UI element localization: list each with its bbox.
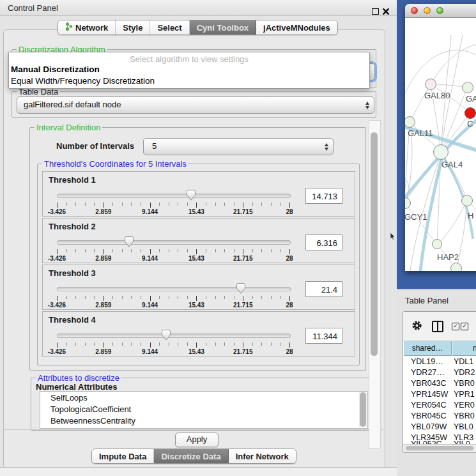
gear-icon[interactable] (411, 320, 422, 334)
slider-scale: -3.4262.8599.14415.4321.71528 (57, 255, 289, 263)
table-data-combobox[interactable]: galFiltered.sif default node (17, 96, 374, 114)
number-of-intervals-value: 5 (144, 139, 333, 153)
list-scrollbar[interactable] (359, 392, 367, 427)
slider-track[interactable] (57, 240, 291, 245)
threshold-2-slider[interactable]: -3.4262.8599.14415.4321.71528 (57, 235, 289, 261)
table-row[interactable]: YBR043CYBR0 (403, 378, 476, 389)
table-row[interactable]: YDL19…YDL1 (403, 357, 476, 367)
threshold-1-slider-thumb[interactable] (187, 190, 196, 201)
desktop-strip (0, 468, 397, 476)
threshold-3-panel: Threshold 3 -3.4262.8599.14415.4321.7152… (42, 265, 355, 310)
network-canvas[interactable]: GAL80 GA C GAL11 GAL4 GCY1 H HAP2 (405, 18, 476, 271)
list-item[interactable]: SelfLoops (50, 393, 88, 403)
node-label: GAL4 (441, 160, 463, 169)
checkbox-icon[interactable]: ✓ (452, 323, 459, 330)
column-header-shared-name[interactable]: shared… (404, 341, 452, 356)
control-panel-scrollbar[interactable] (369, 120, 381, 449)
combo-stepper-icon (325, 143, 328, 151)
table-row[interactable]: YBL079WYBL0 (403, 422, 476, 433)
threshold-1-slider[interactable]: -3.4262.8599.14415.4321.71528 (57, 188, 289, 214)
threshold-3-label: Threshold 3 (49, 268, 96, 278)
threshold-3-slider[interactable]: -3.4262.8599.14415.4321.71528 (57, 282, 289, 307)
threshold-4-label: Threshold 4 (49, 315, 96, 325)
node-label: GCY1 (405, 212, 427, 222)
threshold-3-slider-thumb[interactable] (236, 283, 245, 294)
algorithm-option-equal-width[interactable]: Equal Width/Frequency Discretization (11, 76, 155, 86)
threshold-4-panel: Threshold 4 -3.4262.8599.14415.4321.7152… (42, 311, 355, 357)
numerical-attributes-label: Numerical Attributes (36, 382, 117, 392)
network-node-red-selected[interactable] (464, 107, 476, 119)
table-row[interactable]: YBR045CYBR0 (403, 411, 476, 422)
table-horizontal-scrollbar[interactable] (403, 444, 476, 452)
column-header-name[interactable]: n (452, 341, 476, 356)
tab-network[interactable]: Network (58, 20, 116, 35)
close-icon[interactable] (382, 6, 390, 18)
split-columns-icon[interactable] (432, 321, 443, 332)
threshold-1-panel: Threshold 1 -3.4262.8599.14415.4321.7152… (42, 171, 355, 217)
checkbox-icon[interactable]: ✓ (461, 323, 468, 330)
zoom-window-icon[interactable] (436, 7, 443, 14)
tab-infer-network[interactable]: Infer Network (229, 449, 296, 463)
table-row[interactable]: YPR145WYPR1 (403, 389, 476, 400)
slider-track[interactable] (57, 334, 291, 338)
network-node-ga[interactable] (462, 82, 473, 93)
threshold-4-slider-thumb[interactable] (162, 330, 171, 341)
threshold-4-slider[interactable]: -3.4262.8599.14415.4321.71528 (57, 328, 289, 354)
interval-definition-group-title: Interval Definition (35, 123, 102, 132)
thresholds-group-title: Threshold's Coordinates for 5 Intervals (42, 159, 188, 169)
threshold-1-label: Threshold 1 (49, 175, 96, 185)
slider-major-ticks (57, 296, 290, 301)
network-icon (65, 22, 73, 33)
tab-select[interactable]: Select (150, 20, 189, 35)
algorithm-option-manual[interactable]: Manual Discretization (11, 65, 100, 74)
network-node-hap2[interactable] (432, 239, 442, 249)
number-of-intervals-label: Number of Intervals (56, 141, 134, 151)
float-window-icon[interactable] (372, 8, 379, 15)
slider-scale: -3.4262.8599.14415.4321.71528 (57, 208, 289, 216)
table-row[interactable]: YER054CYER0 (403, 400, 476, 411)
list-item[interactable]: BetweennessCentrality (50, 416, 135, 426)
network-node-gal80[interactable] (425, 79, 436, 90)
tab-cyni-toolbox-label: Cyni Toolbox (197, 23, 249, 33)
threshold-2-slider-thumb[interactable] (125, 236, 134, 247)
node-label: C (467, 119, 473, 128)
network-node-gal4[interactable] (433, 144, 449, 160)
threshold-3-value-field[interactable]: 21.4 (305, 281, 342, 297)
slider-scale: -3.4262.8599.14415.4321.71528 (57, 302, 289, 309)
tab-style[interactable]: Style (116, 20, 150, 35)
node-label: GAL11 (408, 128, 433, 138)
algorithm-dropdown-popup: Select algorithm to view settings Manual… (8, 52, 370, 89)
close-window-icon[interactable] (411, 7, 418, 14)
numerical-attributes-list[interactable]: SelfLoops TopologicalCoefficient Between… (40, 391, 368, 429)
scrollbar-thumb[interactable] (406, 446, 473, 450)
slider-track[interactable] (57, 287, 291, 291)
slider-major-ticks (57, 249, 290, 254)
tab-cyni-toolbox[interactable]: Cyni Toolbox (190, 20, 256, 35)
minimize-window-icon[interactable] (424, 7, 431, 14)
tab-discretize-data[interactable]: Discretize Data (154, 449, 228, 463)
tab-select-label: Select (157, 23, 181, 33)
table-row[interactable]: YDR27…YDR2 (403, 367, 476, 378)
number-of-intervals-combobox[interactable]: 5 (143, 138, 334, 155)
scrollbar-thumb[interactable] (371, 132, 378, 356)
slider-scale: -3.4262.8599.14415.4321.71528 (57, 348, 289, 356)
network-node-partial[interactable] (450, 263, 462, 271)
threshold-1-value-field[interactable]: 14.713 (305, 188, 342, 204)
list-item[interactable]: TopologicalCoefficient (50, 404, 131, 414)
tab-impute-data[interactable]: Impute Data (92, 449, 154, 463)
threshold-2-value-field[interactable]: 6.316 (305, 234, 342, 250)
table-toolbar: ✓ ✓ (403, 312, 476, 341)
tab-infer-network-label: Infer Network (236, 452, 289, 461)
threshold-4-value-field[interactable]: 11.344 (305, 328, 342, 344)
node-label: H (468, 211, 473, 220)
slider-major-ticks (57, 342, 290, 348)
slider-track[interactable] (57, 194, 291, 198)
table-data-value: galFiltered.sif default node (17, 97, 374, 112)
tab-jactivemnodules[interactable]: jActiveMNodules (256, 20, 337, 35)
apply-button[interactable]: Apply (175, 433, 219, 447)
node-label: GA (466, 94, 476, 104)
algorithm-hint: Select algorithm to view settings (9, 54, 369, 64)
node-label: HAP2 (437, 252, 459, 262)
network-node-h[interactable] (461, 195, 473, 206)
network-window-titlebar[interactable] (405, 4, 476, 18)
